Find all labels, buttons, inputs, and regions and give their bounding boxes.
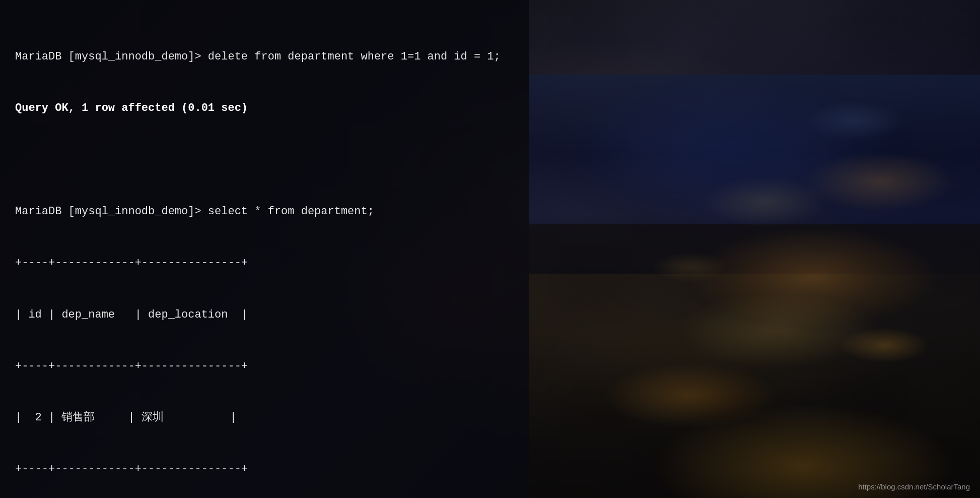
terminal-blank-1: [15, 152, 514, 169]
terminal-sep1: +----+------------+---------------+: [15, 255, 514, 272]
watermark: https://blog.csdn.net/ScholarTang: [858, 482, 970, 491]
terminal-line-2: Query OK, 1 row affected (0.01 sec): [15, 100, 514, 117]
terminal-sep3: +----+------------+---------------+: [15, 461, 514, 478]
terminal-line-4: MariaDB [mysql_innodb_demo]> select * fr…: [15, 203, 514, 220]
terminal-panel: MariaDB [mysql_innodb_demo]> delete from…: [0, 0, 529, 498]
terminal-line-1: MariaDB [mysql_innodb_demo]> delete from…: [15, 48, 514, 66]
terminal-sep2: +----+------------+---------------+: [15, 358, 514, 375]
terminal-row1: | 2 | 销售部 | 深圳 |: [15, 409, 514, 426]
terminal-content: MariaDB [mysql_innodb_demo]> delete from…: [15, 14, 514, 498]
terminal-header1: | id | dep_name | dep_location |: [15, 306, 514, 324]
